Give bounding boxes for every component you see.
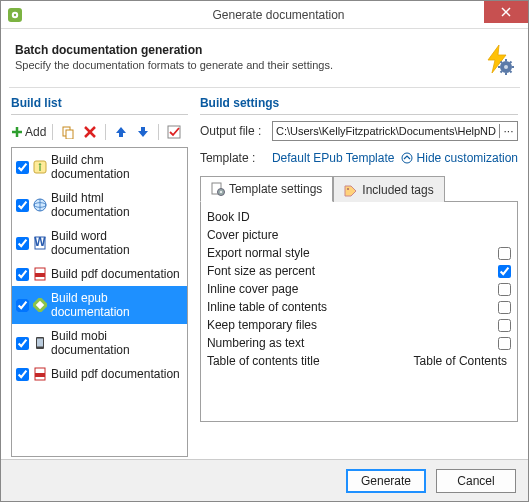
svg-point-46	[347, 188, 349, 190]
build-item-check[interactable]	[16, 268, 29, 281]
setting-toc-title[interactable]: Table of contents titleTable of Contents	[205, 352, 513, 370]
add-label: Add	[25, 125, 46, 139]
hide-customization-link[interactable]: Hide customization	[401, 151, 518, 165]
svg-rect-40	[35, 373, 45, 377]
plus-icon	[11, 126, 23, 138]
close-icon	[501, 7, 511, 17]
svg-point-7	[504, 65, 508, 69]
add-button[interactable]: Add	[11, 125, 46, 139]
setting-cover-picture[interactable]: Cover picture	[205, 226, 513, 244]
build-settings-title: Build settings	[200, 96, 518, 110]
build-item-html[interactable]: Build html documentation	[12, 186, 187, 224]
header-title: Batch documentation generation	[15, 43, 482, 57]
move-down-button[interactable]	[134, 123, 152, 141]
svg-point-44	[220, 191, 222, 193]
output-file-browse[interactable]: ···	[499, 124, 517, 138]
build-item-label: Build chm documentation	[51, 153, 183, 181]
tab-included-tags[interactable]: Included tags	[333, 176, 444, 202]
setting-check[interactable]	[498, 247, 511, 260]
svg-line-13	[510, 71, 512, 73]
build-item-pdf[interactable]: Build pdf documentation	[12, 262, 187, 286]
title-bar: Generate documentation	[1, 1, 528, 29]
setting-numbering-text[interactable]: Numbering as text	[205, 334, 513, 352]
svg-line-14	[510, 62, 512, 64]
build-item-pdf2[interactable]: Build pdf documentation	[12, 362, 187, 386]
settings-tabs: Template settings Included tags	[200, 175, 518, 202]
svg-line-12	[501, 62, 503, 64]
move-up-button[interactable]	[112, 123, 130, 141]
svg-point-41	[402, 153, 412, 163]
svg-rect-38	[37, 339, 43, 347]
setting-font-size-percent[interactable]: Font size as percent	[205, 262, 513, 280]
svg-line-15	[501, 71, 503, 73]
template-label: Template :	[200, 151, 266, 165]
word-icon: W	[33, 236, 47, 250]
build-list-title: Build list	[11, 96, 188, 110]
setting-check[interactable]	[498, 283, 511, 296]
build-item-chm[interactable]: Build chm documentation	[12, 148, 187, 186]
check-all-button[interactable]	[165, 123, 183, 141]
build-item-mobi[interactable]: Build mobi documentation	[12, 324, 187, 362]
generate-button[interactable]: Generate	[346, 469, 426, 493]
output-file-label: Output file :	[200, 124, 266, 138]
template-settings-panel: Book ID Cover picture Export normal styl…	[200, 202, 518, 422]
build-item-label: Build epub documentation	[51, 291, 183, 319]
setting-check[interactable]	[498, 319, 511, 332]
window-title: Generate documentation	[29, 8, 528, 22]
setting-check[interactable]	[498, 301, 511, 314]
build-item-label: Build pdf documentation	[51, 267, 180, 281]
svg-text:W: W	[34, 236, 46, 249]
svg-marker-22	[116, 127, 126, 137]
build-item-check[interactable]	[16, 299, 29, 312]
build-item-check[interactable]	[16, 337, 29, 350]
epub-icon	[33, 298, 47, 312]
header: Batch documentation generation Specify t…	[1, 29, 528, 87]
check-box-icon	[167, 125, 181, 139]
build-item-label: Build html documentation	[51, 191, 183, 219]
svg-rect-19	[66, 130, 73, 139]
mobi-icon	[33, 336, 47, 350]
tags-icon	[344, 183, 358, 197]
build-item-check[interactable]	[16, 368, 29, 381]
arrow-up-icon	[115, 126, 127, 138]
build-item-epub[interactable]: Build epub documentation	[12, 286, 187, 324]
svg-marker-23	[138, 127, 148, 137]
setting-inline-cover-page[interactable]: Inline cover page	[205, 280, 513, 298]
build-item-word[interactable]: W Build word documentation	[12, 224, 187, 262]
output-file-value: C:\Users\KellyFitzpatrick\Documents\Help…	[273, 125, 499, 137]
cancel-button[interactable]: Cancel	[436, 469, 516, 493]
svg-point-2	[14, 13, 16, 15]
collapse-icon	[401, 152, 413, 164]
copy-button[interactable]	[59, 123, 77, 141]
pdf-icon	[33, 267, 47, 281]
template-link[interactable]: Default EPub Template	[272, 151, 395, 165]
setting-book-id[interactable]: Book ID	[205, 208, 513, 226]
delete-icon	[84, 126, 96, 138]
header-subtitle: Specify the documentation formats to gen…	[15, 59, 482, 71]
setting-check[interactable]	[498, 265, 511, 278]
setting-keep-temp[interactable]: Keep temporary files	[205, 316, 513, 334]
output-file-field[interactable]: C:\Users\KellyFitzpatrick\Documents\Help…	[272, 121, 518, 141]
build-item-label: Build mobi documentation	[51, 329, 183, 357]
close-button[interactable]	[484, 1, 528, 23]
build-item-check[interactable]	[16, 199, 29, 212]
pdf-icon	[33, 367, 47, 381]
build-item-label: Build pdf documentation	[51, 367, 180, 381]
build-item-check[interactable]	[16, 161, 29, 174]
svg-marker-45	[345, 186, 356, 196]
setting-inline-toc[interactable]: Inline table of contents	[205, 298, 513, 316]
app-icon	[1, 1, 29, 29]
copy-icon	[61, 125, 75, 139]
dialog-footer: Generate Cancel	[1, 459, 528, 501]
svg-rect-27	[39, 166, 40, 171]
setting-check[interactable]	[498, 337, 511, 350]
setting-export-normal-style[interactable]: Export normal style	[205, 244, 513, 262]
template-settings-icon	[211, 182, 225, 196]
html-icon	[33, 198, 47, 212]
svg-rect-34	[35, 273, 45, 277]
delete-button[interactable]	[81, 123, 99, 141]
chm-icon	[33, 160, 47, 174]
tab-template-settings[interactable]: Template settings	[200, 176, 333, 202]
build-item-check[interactable]	[16, 237, 29, 250]
lightning-gear-icon	[482, 43, 514, 75]
